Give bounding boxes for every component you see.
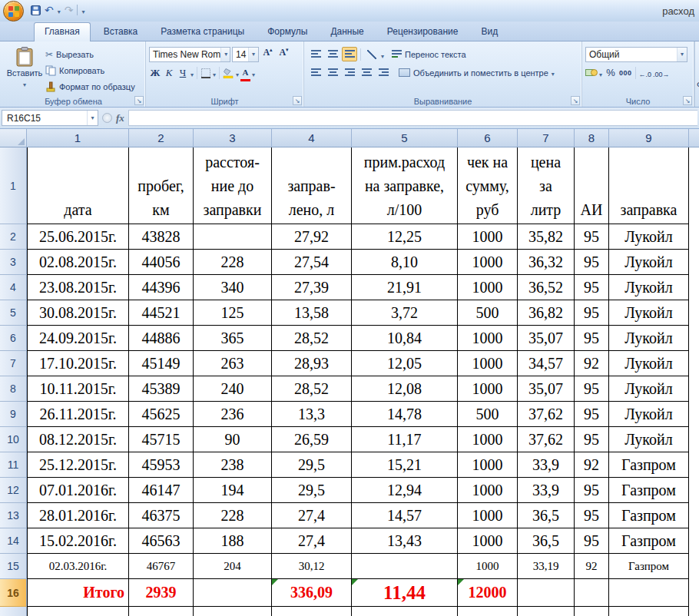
cell-r10c5[interactable]: 11,17 [352, 427, 458, 452]
cell-r4c9[interactable]: Лукойл [609, 275, 689, 300]
cell-r9c3[interactable]: 236 [194, 402, 272, 427]
cell-r16c5[interactable]: 11,44 [352, 579, 458, 607]
row-header-15[interactable]: 15 [0, 554, 27, 579]
cell-r4c5[interactable]: 21,91 [352, 275, 458, 300]
cell-r8c6[interactable]: 1000 [458, 376, 518, 402]
cell-r15c6[interactable]: 1000 [458, 554, 518, 579]
cell-r13c5[interactable]: 14,57 [352, 503, 458, 528]
fill-color-dropdown-icon[interactable] [236, 66, 239, 80]
cell-r17c1[interactable] [27, 607, 129, 616]
cell-r15c5[interactable] [352, 554, 458, 579]
cell-r17c8[interactable] [575, 607, 609, 616]
column-header-partial[interactable] [689, 129, 699, 147]
cell-r15c1[interactable]: 02.03.2016г. [27, 554, 129, 579]
cell-r2c1[interactable]: 25.06.2015г. [27, 224, 129, 250]
select-all-corner[interactable] [0, 129, 27, 147]
number-format-select[interactable]: Общий [585, 47, 687, 62]
cell-r10c9[interactable]: Лукойл [609, 427, 689, 452]
cell-r3c10[interactable] [689, 250, 699, 275]
paste-dropdown-arrow-icon[interactable] [23, 79, 26, 88]
cell-r12c1[interactable]: 07.01.2016г. [27, 478, 129, 503]
cell-r11c6[interactable]: 1000 [458, 452, 518, 478]
cell-r10c6[interactable]: 1000 [458, 427, 518, 452]
cell-r7c9[interactable]: Лукойл [609, 351, 689, 376]
cell-r3c8[interactable]: 95 [575, 250, 609, 275]
bold-button[interactable]: Ж [149, 66, 161, 80]
cell-r9c10[interactable] [689, 402, 699, 427]
merge-center-dropdown-icon[interactable] [552, 68, 555, 78]
undo-button[interactable]: ↶ [45, 5, 54, 15]
row-header-6[interactable]: 6 [0, 326, 27, 351]
cell-r2c10[interactable] [689, 224, 699, 250]
tab-formulas[interactable]: Формулы [257, 23, 317, 41]
borders-dropdown-icon[interactable] [213, 66, 216, 80]
grow-font-button[interactable] [260, 47, 275, 61]
row-header-7[interactable]: 7 [0, 351, 27, 376]
cell-r15c9[interactable]: Газпром [609, 554, 689, 579]
cell-r2c9[interactable]: Лукойл [609, 224, 689, 250]
font-color-dropdown-icon[interactable] [252, 66, 255, 80]
cell-r8c5[interactable]: 12,08 [352, 376, 458, 402]
cell-r8c2[interactable]: 45389 [129, 376, 194, 402]
cell-r9c2[interactable]: 45625 [129, 402, 194, 427]
cell-r1c5[interactable]: прим.расход на заправке, л/100 [352, 147, 458, 224]
decrease-decimal-button[interactable] [653, 66, 670, 80]
cell-r6c3[interactable]: 365 [194, 326, 272, 351]
row-header-2[interactable]: 2 [0, 224, 27, 250]
cell-r14c3[interactable]: 188 [194, 528, 272, 554]
cell-r1c10[interactable] [689, 147, 699, 224]
cell-r9c5[interactable]: 14,78 [352, 402, 458, 427]
cell-r1c8[interactable]: АИ [575, 147, 609, 224]
cell-r7c1[interactable]: 17.10.2015г. [27, 351, 129, 376]
number-format-dropdown-icon[interactable] [677, 48, 687, 61]
cell-r17c4[interactable] [272, 607, 352, 616]
row-header-1[interactable]: 1 [0, 147, 27, 224]
cut-button[interactable]: ✂ Вырезать [45, 47, 135, 61]
cell-r8c7[interactable]: 35,07 [518, 376, 575, 402]
cell-r11c2[interactable]: 45953 [129, 452, 194, 478]
row-header-12[interactable]: 12 [0, 478, 27, 503]
cell-r12c10[interactable] [689, 478, 699, 503]
align-center-button[interactable] [325, 65, 340, 80]
cell-r1c3[interactable]: расстоя- ние до заправки [194, 147, 272, 224]
cell-r13c8[interactable]: 95 [575, 503, 609, 528]
insert-function-button[interactable]: fx [116, 112, 124, 124]
shrink-font-button[interactable] [277, 47, 291, 61]
cell-r9c6[interactable]: 500 [458, 402, 518, 427]
align-top-button[interactable] [308, 47, 323, 61]
save-button[interactable] [31, 5, 41, 15]
cell-r11c4[interactable]: 29,5 [272, 452, 352, 478]
fill-color-icon[interactable] [223, 68, 234, 78]
cell-r2c2[interactable]: 43828 [129, 224, 194, 250]
cell-r9c9[interactable]: Лукойл [609, 402, 689, 427]
cell-r10c3[interactable]: 90 [194, 427, 272, 452]
cell-r3c9[interactable]: Лукойл [609, 250, 689, 275]
italic-button[interactable]: К [163, 66, 175, 80]
column-header-4[interactable]: 4 [272, 129, 352, 147]
comma-style-button[interactable]: 000 [619, 69, 632, 77]
cell-r5c10[interactable] [689, 300, 699, 326]
formula-input[interactable] [128, 110, 697, 126]
cell-r1c9[interactable]: заправка [609, 147, 689, 224]
currency-icon[interactable] [585, 68, 598, 78]
clipboard-dialog-launcher[interactable] [134, 96, 144, 105]
cell-r1c6[interactable]: чек на сумму, руб [458, 147, 518, 224]
cell-r13c7[interactable]: 36,5 [518, 503, 575, 528]
cell-r14c7[interactable]: 36,5 [518, 528, 575, 554]
cell-r3c4[interactable]: 27,54 [272, 250, 352, 275]
row-header-9[interactable]: 9 [0, 402, 27, 427]
cell-r15c3[interactable]: 204 [194, 554, 272, 579]
cell-r10c10[interactable] [689, 427, 699, 452]
cell-r16c10[interactable] [689, 579, 699, 607]
cell-r10c2[interactable]: 45715 [129, 427, 194, 452]
cell-r12c9[interactable]: Газпром [609, 478, 689, 503]
cell-r4c6[interactable]: 1000 [458, 275, 518, 300]
cell-r4c2[interactable]: 44396 [129, 275, 194, 300]
column-header-3[interactable]: 3 [194, 129, 272, 147]
cell-r12c7[interactable]: 33,9 [518, 478, 575, 503]
cell-r15c4[interactable]: 30,12 [272, 554, 352, 579]
cell-r10c8[interactable]: 95 [575, 427, 609, 452]
align-bottom-button[interactable] [342, 47, 357, 61]
font-family-dropdown-icon[interactable] [220, 48, 230, 61]
align-left-button[interactable] [308, 65, 323, 80]
